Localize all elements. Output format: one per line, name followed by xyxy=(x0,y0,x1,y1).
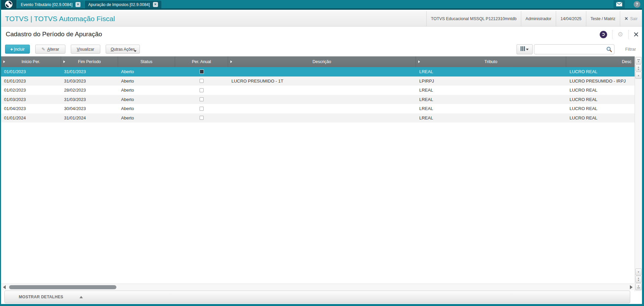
topbar-spacer xyxy=(161,0,613,8)
cell-tributo: LREAL xyxy=(416,86,566,95)
logout-x-icon: ✕ xyxy=(625,16,628,21)
action-toolbar: + Incluir ✎ Alterar Visualizar Outras Aç… xyxy=(1,42,642,56)
mostrar-detalhes-label: MOSTRAR DETALHES xyxy=(19,295,63,299)
alterar-button[interactable]: ✎ Alterar xyxy=(35,45,65,54)
cell-fim-periodo: 28/02/2023 xyxy=(61,86,118,95)
cell-desc-tributo: LUCRO REAL xyxy=(566,104,642,113)
scroll-down-button[interactable]: ▼ xyxy=(635,268,642,275)
cell-descricao xyxy=(228,67,416,76)
per-anual-checkbox[interactable] xyxy=(200,69,204,74)
per-anual-checkbox[interactable] xyxy=(200,116,204,120)
horizontal-scrollbar[interactable] xyxy=(1,284,634,290)
cell-descricao xyxy=(228,104,416,113)
column-config-button[interactable] xyxy=(517,44,533,54)
column-header[interactable]: Fim Período xyxy=(61,56,118,67)
column-header-label: Início Per. xyxy=(21,59,40,64)
search-icon[interactable] xyxy=(606,46,612,52)
logout-label: Sair xyxy=(630,16,638,21)
assistant-icon xyxy=(602,33,605,36)
table-row[interactable]: 01/02/2023 28/02/2023 Aberto LREAL LUCRO… xyxy=(1,86,642,95)
chevron-up-icon xyxy=(79,296,83,298)
per-anual-checkbox[interactable] xyxy=(200,88,204,92)
mdi-tab-bar: Evento Tributário [02.9.0084] ✕ Apuração… xyxy=(1,0,642,10)
cell-tributo: LREAL xyxy=(416,113,566,123)
column-header-label: Fim Período xyxy=(78,59,101,64)
cell-descricao xyxy=(228,86,416,95)
tab-apuracao-impostos[interactable]: Apuração de Impostos [02.9.0084] ✕ xyxy=(85,1,161,8)
incluir-button[interactable]: + Incluir xyxy=(5,45,30,54)
column-header[interactable]: Desc xyxy=(566,56,642,67)
cell-per-anual xyxy=(175,67,228,76)
totvs-logo-icon xyxy=(5,0,13,8)
scroll-to-top-button[interactable]: ▲ xyxy=(635,57,642,64)
table-row[interactable]: 01/01/2023 31/03/2023 Aberto LUCRO PRESU… xyxy=(1,76,642,86)
outras-acoes-button[interactable]: Outras Ações xyxy=(106,45,140,54)
sort-arrow-icon xyxy=(3,60,5,63)
tab-evento-tributario[interactable]: Evento Tributário [02.9.0084] ✕ xyxy=(17,1,84,8)
columns-icon xyxy=(521,46,525,52)
current-user[interactable]: Administrador xyxy=(521,11,556,26)
close-routine-button[interactable] xyxy=(634,32,639,37)
table-row[interactable]: 01/04/2023 30/04/2023 Aberto LREAL LUCRO… xyxy=(1,104,642,113)
totvs-logo[interactable] xyxy=(1,0,16,8)
scroll-page-down-button[interactable]: ▼▼ xyxy=(635,276,642,283)
scroll-left-icon[interactable] xyxy=(3,285,6,289)
cell-fim-periodo: 31/01/2023 xyxy=(61,67,118,76)
tab-close-icon[interactable]: ✕ xyxy=(153,2,158,7)
column-header[interactable]: Início Per. xyxy=(1,56,61,67)
help-button[interactable]: ? xyxy=(634,1,640,8)
filtrar-label[interactable]: Filtrar xyxy=(625,47,636,52)
company-branch[interactable]: Teste / Matriz xyxy=(586,11,620,26)
cell-per-anual xyxy=(175,86,228,95)
cell-inicio-periodo: 01/01/2023 xyxy=(1,67,61,76)
grid-body: 01/01/2023 31/01/2023 Aberto LREAL LUCRO… xyxy=(1,67,642,122)
hscroll-thumb[interactable] xyxy=(9,285,116,289)
cell-descricao: LUCRO PRESUMIDO - 1T xyxy=(228,76,416,86)
cell-inicio-periodo: 01/02/2023 xyxy=(1,86,61,95)
tab-label: Evento Tributário [02.9.0084] xyxy=(21,2,72,7)
per-anual-checkbox[interactable] xyxy=(200,97,204,101)
cell-desc-tributo: LUCRO REAL xyxy=(566,95,642,104)
column-header[interactable]: Status xyxy=(118,56,175,67)
mail-button[interactable] xyxy=(613,0,625,8)
table-row[interactable]: 01/01/2024 31/01/2024 Aberto LREAL LUCRO… xyxy=(1,113,642,123)
assistant-button[interactable] xyxy=(600,31,607,38)
scroll-right-icon[interactable] xyxy=(630,285,633,289)
vertical-scrollbar[interactable]: ▲ ▲▲ ▲ ▼ ▼▼ ▼ xyxy=(635,56,642,291)
column-header-label: Desc xyxy=(622,59,631,64)
current-date[interactable]: 14/04/2025 xyxy=(556,11,586,26)
column-header[interactable]: Descrição xyxy=(228,56,416,67)
title-icons: ⚙ xyxy=(600,27,639,42)
cell-fim-periodo: 30/04/2023 xyxy=(61,104,118,113)
scroll-page-up-button[interactable]: ▲▲ xyxy=(635,64,642,71)
cell-desc-tributo: LUCRO PRESUMIDO - IRPJ xyxy=(566,76,642,86)
alterar-label: Alterar xyxy=(47,47,59,52)
cell-per-anual xyxy=(175,113,228,123)
cell-status: Aberto xyxy=(118,67,175,76)
scroll-up-button[interactable]: ▲ xyxy=(635,72,642,79)
cell-per-anual xyxy=(175,104,228,113)
sort-arrow-icon xyxy=(63,60,65,63)
outras-acoes-label: Outras Ações xyxy=(111,47,135,52)
per-anual-checkbox[interactable] xyxy=(200,79,204,83)
search-wrap xyxy=(534,44,614,54)
mail-icon xyxy=(616,2,622,6)
app-window: Evento Tributário [02.9.0084] ✕ Apuração… xyxy=(0,0,644,306)
sort-arrow-icon xyxy=(230,60,232,63)
settings-button[interactable]: ⚙ xyxy=(618,31,623,38)
logout-button[interactable]: ✕ Sair xyxy=(620,11,642,26)
table-row[interactable]: 01/01/2023 31/01/2023 Aberto LREAL LUCRO… xyxy=(1,67,642,76)
column-header[interactable]: Tributo xyxy=(416,56,566,67)
visualizar-button[interactable]: Visualizar xyxy=(71,45,100,54)
scroll-to-bottom-button[interactable]: ▼ xyxy=(635,283,642,290)
tab-close-icon[interactable]: ✕ xyxy=(75,2,80,7)
column-header[interactable]: Per. Anual xyxy=(175,56,228,67)
column-header-label: Status xyxy=(141,59,152,64)
table-row[interactable]: 01/03/2023 31/03/2023 Aberto LREAL LUCRO… xyxy=(1,95,642,104)
per-anual-checkbox[interactable] xyxy=(200,107,204,111)
cell-per-anual xyxy=(175,95,228,104)
cell-inicio-periodo: 01/03/2023 xyxy=(1,95,61,104)
cell-desc-tributo: LUCRO REAL xyxy=(566,86,642,95)
search-input[interactable] xyxy=(534,44,614,54)
mostrar-detalhes-bar[interactable]: MOSTRAR DETALHES xyxy=(4,291,630,303)
